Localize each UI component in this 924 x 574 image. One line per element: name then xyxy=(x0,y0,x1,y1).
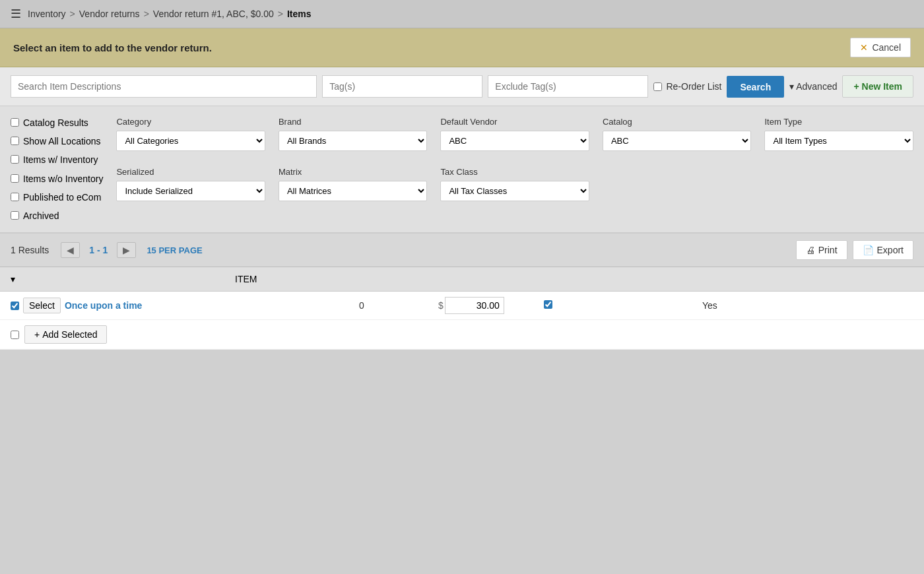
tag-input[interactable] xyxy=(322,75,482,98)
filter-checkboxes: Catalog Results Show All Locations Items… xyxy=(11,117,116,222)
published-ecom-checkbox[interactable] xyxy=(11,193,19,201)
search-input[interactable] xyxy=(11,75,317,98)
export-button[interactable]: 📄 Export xyxy=(853,240,913,260)
cancel-button[interactable]: ✕ Cancel xyxy=(850,38,911,57)
breadcrumb: ☰ Inventory > Vendor returns > Vendor re… xyxy=(0,0,924,28)
show-all-locations-checkbox[interactable] xyxy=(11,137,19,145)
advanced-button[interactable]: ▾ Advanced xyxy=(789,81,837,92)
page-display: 1 - 1 xyxy=(84,243,113,257)
cancel-icon: ✕ xyxy=(860,42,868,53)
default-vendor-select[interactable]: ABC xyxy=(440,131,589,151)
price-cell: $ xyxy=(433,297,539,314)
show-all-locations-checkbox-label[interactable]: Show All Locations xyxy=(11,135,103,147)
pagination: ◀ 1 - 1 ▶ 15 PER PAGE xyxy=(61,242,202,258)
export-icon: 📄 xyxy=(863,245,874,255)
next-page-button[interactable]: ▶ xyxy=(117,242,136,258)
row-checkbox[interactable] xyxy=(11,302,19,310)
serialized-select[interactable]: Include Serialized xyxy=(116,181,265,201)
search-label: Search xyxy=(740,82,771,92)
items-without-inventory-label: Items w/o Inventory xyxy=(23,173,103,185)
show-all-locations-label: Show All Locations xyxy=(23,135,101,147)
item-type-select[interactable]: All Item Types xyxy=(764,131,913,151)
item-type-filter: Item Type All Item Types xyxy=(764,117,913,151)
item-name-link[interactable]: Once upon a time xyxy=(65,300,142,311)
items-with-inventory-checkbox[interactable] xyxy=(11,155,19,164)
new-item-button[interactable]: + New Item xyxy=(842,75,913,98)
results-bar: 1 Results ◀ 1 - 1 ▶ 15 PER PAGE 🖨 Print … xyxy=(0,234,924,267)
qty-cell: 0 xyxy=(354,300,433,311)
add-selected-row: + Add Selected xyxy=(0,320,924,350)
item-cell: Select Once upon a time xyxy=(11,298,235,313)
search-bar: Re-Order List Search ▾ Advanced + New It… xyxy=(0,67,924,106)
add-selected-cell: + Add Selected xyxy=(11,325,235,344)
catalog-results-checkbox[interactable] xyxy=(11,118,19,127)
table: ▾ ITEM Select Once upon a time 0 $ Yes xyxy=(0,267,924,350)
items-with-inventory-checkbox-label[interactable]: Items w/ Inventory xyxy=(11,154,103,166)
separator-3: > xyxy=(278,9,283,19)
next-page-icon: ▶ xyxy=(123,245,130,255)
archived-checkbox[interactable] xyxy=(11,211,19,220)
export-label: Export xyxy=(877,245,904,255)
price-input[interactable] xyxy=(445,297,504,314)
publish-ecom-cell: Yes xyxy=(697,300,803,311)
table-header: ▾ ITEM xyxy=(0,267,924,292)
catalog-select[interactable]: ABC xyxy=(603,131,752,151)
results-count: 1 Results xyxy=(11,245,49,255)
catalog-results-checkbox-label[interactable]: Catalog Results xyxy=(11,117,103,129)
search-button[interactable]: Search xyxy=(727,76,784,98)
prev-page-button[interactable]: ◀ xyxy=(61,242,80,258)
add-selected-checkbox[interactable] xyxy=(11,331,19,339)
reorder-checkbox[interactable] xyxy=(653,82,662,91)
prev-page-icon: ◀ xyxy=(67,245,74,255)
default-vendor-filter: Default Vendor ABC xyxy=(440,117,589,151)
col-item-label: ITEM xyxy=(235,274,354,284)
tax-class-select[interactable]: All Tax Classes xyxy=(440,181,589,201)
new-item-label: + New Item xyxy=(853,81,902,92)
items-without-inventory-checkbox[interactable] xyxy=(11,174,19,183)
serialized-filter: Serialized Include Serialized xyxy=(116,167,265,201)
breadcrumb-vendor-returns[interactable]: Vendor returns xyxy=(79,9,140,19)
category-filter: Category All Categories xyxy=(116,117,265,151)
published-ecom-checkbox-label[interactable]: Published to eCom xyxy=(11,191,103,203)
archived-checkbox-label[interactable]: Archived xyxy=(11,210,103,222)
menu-icon: ☰ xyxy=(11,7,21,21)
breadcrumb-inventory[interactable]: Inventory xyxy=(28,9,66,19)
separator-1: > xyxy=(70,9,75,19)
sort-icon: ▾ xyxy=(11,274,235,284)
cancel-label: Cancel xyxy=(872,42,901,53)
row-select-label: Select xyxy=(29,300,55,311)
exclude-tag-input[interactable] xyxy=(488,75,648,98)
brand-select[interactable]: All Brands xyxy=(279,131,428,151)
results-actions: 🖨 Print 📄 Export xyxy=(796,240,913,260)
advanced-filters: Catalog Results Show All Locations Items… xyxy=(0,106,924,234)
print-icon: 🖨 xyxy=(806,245,815,255)
matrix-select[interactable]: All Matrices xyxy=(279,181,428,201)
add-selected-icon: + xyxy=(34,329,40,340)
matrix-label: Matrix xyxy=(279,167,428,177)
category-select[interactable]: All Categories xyxy=(116,131,265,151)
reorder-label[interactable]: Re-Order List xyxy=(653,81,721,92)
tax-checkbox[interactable] xyxy=(544,300,552,309)
row-select-button[interactable]: Select xyxy=(23,298,61,313)
serialized-label: Serialized xyxy=(116,167,265,177)
tax-class-filter: Tax Class All Tax Classes xyxy=(440,167,589,201)
breadcrumb-current: Items xyxy=(287,9,312,19)
price-symbol: $ xyxy=(438,300,444,311)
add-selected-button[interactable]: + Add Selected xyxy=(24,325,107,344)
tax-class-label: Tax Class xyxy=(440,167,589,177)
separator-2: > xyxy=(144,9,149,19)
reorder-text: Re-Order List xyxy=(666,81,721,92)
per-page-selector[interactable]: 15 PER PAGE xyxy=(147,245,202,255)
published-ecom-label: Published to eCom xyxy=(23,191,101,203)
print-button[interactable]: 🖨 Print xyxy=(796,240,847,260)
default-vendor-label: Default Vendor xyxy=(440,117,589,127)
item-type-label: Item Type xyxy=(764,117,913,127)
info-message: Select an item to add to the vendor retu… xyxy=(13,42,212,53)
items-with-inventory-label: Items w/ Inventory xyxy=(23,154,98,166)
advanced-label: Advanced xyxy=(796,81,837,92)
breadcrumb-vendor-return[interactable]: Vendor return #1, ABC, $0.00 xyxy=(153,9,274,19)
add-selected-label: Add Selected xyxy=(42,329,97,340)
info-bar: Select an item to add to the vendor retu… xyxy=(0,28,924,67)
items-without-inventory-checkbox-label[interactable]: Items w/o Inventory xyxy=(11,173,103,185)
catalog-results-label: Catalog Results xyxy=(23,117,88,129)
